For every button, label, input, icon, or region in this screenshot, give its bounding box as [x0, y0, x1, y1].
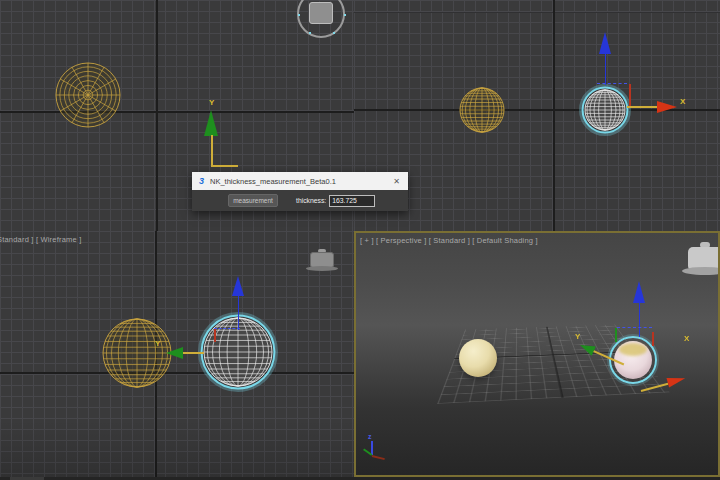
teapot-object-top[interactable] — [297, 0, 345, 38]
dialog-title: NK_thickness_measurement_Beta0.1 — [210, 177, 390, 186]
gizmo-plane-dash — [214, 328, 240, 329]
thickness-input[interactable] — [329, 195, 375, 207]
thickness-label: thickness: — [296, 197, 326, 204]
gizmo-x-arrowhead[interactable] — [657, 101, 677, 113]
gizmo-plane-edge-red — [214, 329, 216, 342]
dialog-body: measurement thickness: — [192, 190, 408, 211]
gizmo-x-shaft — [641, 383, 668, 392]
tripod-x-axis — [372, 455, 385, 460]
viewport-label-left[interactable]: Standard ] [ Wireframe ] — [0, 235, 81, 244]
grid-major-line — [354, 12, 720, 13]
viewport-left[interactable]: Standard ] [ Wireframe ] Y — [0, 231, 354, 480]
sphere-object-wireframe-top[interactable] — [54, 61, 122, 129]
max-application-window: Y X Standard ] [ Wireframe ] — [0, 0, 720, 480]
gizmo-y-shaft[interactable] — [183, 352, 204, 354]
move-gizmo-left-view[interactable]: Y — [150, 271, 270, 371]
viewport-label-perspective[interactable]: [ + ] [ Perspective ] [ Standard ] [ Def… — [360, 236, 538, 245]
gizmo-y-arrowhead[interactable] — [166, 347, 183, 359]
world-axis-horizontal — [0, 372, 354, 374]
viewport-perspective[interactable]: [ + ] [ Perspective ] [ Standard ] [ Def… — [354, 231, 720, 477]
vertex-dot — [344, 14, 346, 16]
gizmo-x-shaft[interactable] — [627, 106, 657, 108]
measurement-button[interactable]: measurement — [228, 194, 278, 207]
sphere-object-wireframe[interactable] — [459, 87, 505, 133]
gizmo-z-shaft[interactable] — [605, 53, 607, 85]
world-axis-vertical — [553, 0, 555, 231]
teapot-object-front[interactable] — [306, 249, 338, 273]
gizmo-z-shaft[interactable] — [639, 301, 641, 337]
close-icon[interactable]: ✕ — [390, 177, 403, 186]
teapot-knob — [309, 2, 333, 24]
move-gizmo-perspective[interactable]: Y X — [571, 273, 701, 373]
gizmo-z-arrowhead[interactable] — [232, 276, 244, 296]
thickness-measurement-dialog: 3 NK_thickness_measurement_Beta0.1 ✕ mea… — [192, 172, 408, 211]
gizmo-plane-edge-red — [629, 84, 631, 108]
gizmo-y-arrow[interactable] — [578, 340, 627, 370]
gizmo-y-label: Y — [209, 99, 214, 107]
gizmo-y-shaft — [593, 350, 624, 365]
move-gizmo-top-view[interactable]: Y — [203, 100, 243, 170]
gizmo-z-shaft[interactable] — [238, 294, 240, 330]
tripod-z-label: z — [368, 433, 372, 440]
world-axis-vertical — [156, 0, 158, 231]
gizmo-plane-edge-red — [652, 332, 654, 346]
dialog-titlebar[interactable]: 3 NK_thickness_measurement_Beta0.1 ✕ — [192, 172, 408, 190]
gizmo-y-label: Y — [575, 333, 580, 341]
viewport-front[interactable]: X — [354, 0, 720, 231]
vertex-dot — [298, 14, 300, 16]
gizmo-z-arrowhead[interactable] — [633, 281, 645, 303]
viewport-vignette — [0, 420, 354, 480]
gizmo-y-label: Y — [155, 340, 160, 348]
gizmo-zx-plane-dash — [597, 83, 627, 84]
gizmo-y-arrowhead — [578, 340, 596, 355]
gizmo-plane-dash — [617, 327, 652, 328]
vertex-dot — [309, 32, 311, 34]
gizmo-xy-plane-handle[interactable] — [211, 165, 238, 167]
gizmo-z-arrowhead[interactable] — [599, 32, 611, 54]
max-logo-icon: 3 — [197, 177, 206, 186]
teapot-brim — [306, 266, 338, 271]
gizmo-y-arrowhead[interactable] — [204, 110, 218, 136]
gizmo-y-shaft[interactable] — [211, 135, 213, 166]
world-axis-tripod: z — [362, 435, 392, 465]
gizmo-plane-edge-green — [615, 328, 617, 342]
gizmo-x-label: X — [684, 335, 689, 343]
sphere-object-shaded[interactable] — [459, 339, 497, 377]
vertex-dot — [333, 32, 335, 34]
gizmo-x-arrowhead — [666, 373, 686, 387]
gizmo-x-label: X — [680, 98, 685, 106]
move-gizmo-front-view[interactable]: X — [592, 28, 702, 118]
